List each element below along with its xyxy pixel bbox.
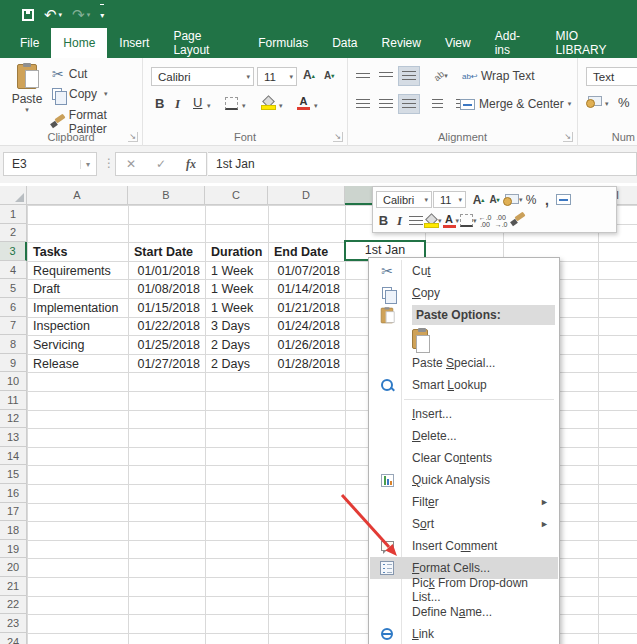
orientation-button[interactable]: ab▾ — [426, 66, 456, 86]
borders-dropdown-arrow[interactable]: ▾ — [242, 102, 246, 110]
cell-B7[interactable]: 01/22/2018 — [129, 318, 204, 336]
mini-font-size-combo[interactable]: 11▾ — [433, 191, 466, 208]
cell-A9[interactable]: Release — [28, 355, 127, 373]
row-header-3[interactable]: 3 — [0, 242, 27, 261]
cell-D4[interactable]: 01/07/2018 — [269, 262, 344, 280]
cell-A5[interactable]: Draft — [28, 280, 127, 298]
row-header-19[interactable]: 19 — [0, 540, 27, 559]
mini-decrease-decimal-button[interactable]: ←.0 .00 — [478, 212, 493, 230]
mini-increase-decimal-button[interactable]: .00 →.0 — [494, 212, 509, 230]
row-header-20[interactable]: 20 — [0, 558, 27, 577]
font-size-combo[interactable]: 11▾ — [257, 67, 297, 86]
row-header-14[interactable]: 14 — [0, 447, 27, 466]
increase-font-size-button[interactable]: A▴ — [303, 68, 315, 82]
menu-item-paste-options[interactable]: Paste Options: — [370, 304, 558, 326]
align-right-button[interactable] — [398, 94, 420, 114]
menu-item-filter[interactable]: Filter► — [370, 491, 558, 513]
undo-button[interactable]: ↶▾ — [44, 5, 62, 25]
mini-format-painter-button[interactable] — [510, 212, 525, 230]
cell-B9[interactable]: 01/27/2018 — [129, 355, 204, 373]
menu-item-smart-lookup[interactable]: Smart Lookup — [370, 374, 558, 396]
tab-mio-library[interactable]: MIO LIBRARY — [543, 28, 637, 58]
cell-A6[interactable]: Implementation — [28, 299, 127, 317]
tab-home[interactable]: Home — [51, 28, 107, 58]
row-header-9[interactable]: 9 — [0, 354, 27, 373]
row-header-11[interactable]: 11 — [0, 391, 27, 410]
formula-input[interactable]: 1st Jan — [208, 152, 637, 176]
cell-D5[interactable]: 01/14/2018 — [269, 280, 344, 298]
cell-C3[interactable]: Duration — [206, 243, 267, 261]
row-header-8[interactable]: 8 — [0, 335, 27, 354]
alignment-dialog-launcher[interactable]: ↘ — [563, 132, 573, 142]
cell-D6[interactable]: 01/21/2018 — [269, 299, 344, 317]
mini-italic-button[interactable]: I — [392, 212, 407, 230]
mini-increase-font-button[interactable]: A▴ — [471, 191, 486, 209]
cell-B4[interactable]: 01/01/2018 — [129, 262, 204, 280]
copy-dropdown-arrow[interactable]: ▾ — [104, 90, 108, 98]
top-align-button[interactable] — [352, 66, 374, 86]
name-box-dropdown-arrow[interactable]: ▾ — [80, 160, 90, 169]
row-header-6[interactable]: 6 — [0, 298, 27, 317]
align-center-button[interactable] — [375, 94, 397, 114]
menu-item-sort[interactable]: Sort► — [370, 513, 558, 535]
tab-formulas[interactable]: Formulas — [246, 28, 320, 58]
cell-C9[interactable]: 2 Days — [206, 355, 267, 373]
cell-C6[interactable]: 1 Week — [206, 299, 267, 317]
bold-button[interactable]: B — [155, 96, 164, 111]
menu-item-delete[interactable]: Delete... — [370, 425, 558, 447]
cell-D9[interactable]: 01/28/2018 — [269, 355, 344, 373]
cell-A3[interactable]: Tasks — [28, 243, 127, 261]
row-header-17[interactable]: 17 — [0, 503, 27, 522]
number-format-combo[interactable]: Text — [586, 67, 637, 86]
copy-button[interactable]: Copy ▾ — [52, 87, 108, 101]
column-header-a[interactable]: A — [27, 186, 128, 205]
mini-fill-color-button[interactable]: ▾ — [424, 212, 442, 230]
cell-B8[interactable]: 01/25/2018 — [129, 336, 204, 354]
tab-add-ins[interactable]: Add-ins — [483, 28, 544, 58]
tab-view[interactable]: View — [433, 28, 483, 58]
menu-item-quick-analysis[interactable]: Quick Analysis — [370, 469, 558, 491]
fill-color-dropdown-arrow[interactable]: ▾ — [279, 102, 283, 110]
column-header-c[interactable]: C — [205, 186, 268, 205]
accounting-format-icon[interactable] — [586, 96, 602, 108]
column-header-d[interactable]: D — [268, 186, 345, 205]
column-header-b[interactable]: B — [128, 186, 205, 205]
borders-icon[interactable] — [225, 97, 238, 110]
mini-decrease-font-button[interactable]: A▾ — [487, 191, 502, 209]
menu-item-define-name[interactable]: Define Name... — [370, 601, 558, 623]
row-header-2[interactable]: 2 — [0, 224, 27, 243]
cut-button[interactable]: ✂ Cut — [52, 66, 87, 82]
tab-file[interactable]: File — [8, 28, 51, 58]
mini-font-color-button[interactable]: A▾ — [443, 212, 460, 230]
mini-bold-button[interactable]: B — [376, 212, 391, 230]
cell-B6[interactable]: 01/15/2018 — [129, 299, 204, 317]
paste-button[interactable]: Paste ▾ — [8, 64, 46, 114]
row-header-23[interactable]: 23 — [0, 614, 27, 633]
name-box[interactable]: E3 ▾ — [3, 152, 97, 176]
redo-button[interactable]: ↷▾ — [72, 5, 90, 25]
mini-accounting-format-button[interactable]: ▾ — [503, 191, 523, 209]
cell-C5[interactable]: 1 Week — [206, 280, 267, 298]
row-header-15[interactable]: 15 — [0, 465, 27, 484]
cell-C8[interactable]: 2 Days — [206, 336, 267, 354]
cell-B3[interactable]: Start Date — [129, 243, 204, 261]
cell-C7[interactable]: 3 Days — [206, 318, 267, 336]
merge-center-button[interactable]: Merge & Center ▾ — [460, 97, 571, 111]
menu-item-insert[interactable]: Insert... — [370, 403, 558, 425]
tab-insert[interactable]: Insert — [107, 28, 161, 58]
select-all-corner[interactable] — [0, 186, 27, 205]
merge-center-dropdown-arrow[interactable]: ▾ — [568, 100, 572, 108]
font-color-dropdown-arrow[interactable]: ▾ — [314, 102, 318, 110]
underline-dropdown-arrow[interactable]: ▾ — [207, 102, 211, 110]
underline-button[interactable]: U — [193, 95, 202, 110]
cell-A8[interactable]: Servicing — [28, 336, 127, 354]
enter-button[interactable]: ✓ — [156, 157, 166, 171]
row-header-7[interactable]: 7 — [0, 317, 27, 336]
cell-A4[interactable]: Requirements — [28, 262, 127, 280]
decrease-indent-button[interactable] — [426, 94, 448, 114]
menu-item-cut[interactable]: ✂Cut — [370, 260, 558, 282]
mini-percent-button[interactable]: % — [524, 191, 539, 209]
row-header-5[interactable]: 5 — [0, 279, 27, 298]
font-color-icon[interactable]: A — [297, 96, 310, 110]
row-header-21[interactable]: 21 — [0, 577, 27, 596]
